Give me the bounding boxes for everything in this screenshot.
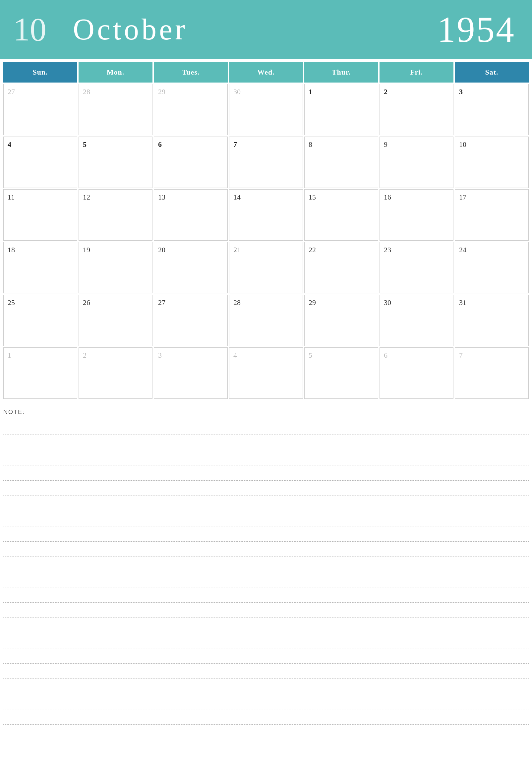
calendar-cell: 20 — [154, 242, 228, 293]
cell-number: 6 — [384, 351, 387, 359]
notes-section: NOTE: — [0, 399, 532, 728]
calendar-cell: 29 — [304, 295, 378, 346]
calendar-cell: 21 — [229, 242, 303, 293]
cell-number: 3 — [158, 351, 162, 359]
cell-number: 19 — [83, 246, 90, 254]
calendar-cell: 25 — [3, 295, 77, 346]
cell-number: 29 — [158, 88, 165, 96]
cell-number: 1 — [8, 351, 11, 359]
calendar-cell: 6 — [380, 347, 453, 399]
cell-number: 9 — [384, 140, 387, 148]
note-line — [3, 450, 529, 465]
calendar-cell: 1 — [3, 347, 77, 399]
cell-number: 4 — [233, 351, 237, 359]
calendar-cell: 4 — [3, 137, 77, 188]
cell-number: 25 — [8, 298, 15, 307]
calendar-cell: 9 — [380, 137, 453, 188]
note-line — [3, 603, 529, 618]
calendar-cell: 11 — [3, 189, 77, 241]
calendar-cell: 13 — [154, 189, 228, 241]
cell-number: 18 — [8, 246, 15, 254]
cell-number: 2 — [384, 88, 387, 96]
cell-number: 22 — [309, 246, 316, 254]
cell-number: 8 — [309, 140, 312, 148]
cell-number: 28 — [233, 298, 241, 307]
note-line — [3, 633, 529, 648]
day-header-fri: Fri. — [380, 62, 453, 83]
cell-number: 7 — [459, 351, 463, 359]
day-headers: Sun. Mon. Tues. Wed. Thur. Fri. Sat. — [3, 62, 529, 83]
calendar-cell: 28 — [79, 84, 152, 135]
cell-number: 23 — [384, 246, 391, 254]
notes-label: NOTE: — [3, 409, 529, 416]
calendar-cell: 5 — [304, 347, 378, 399]
note-line — [3, 694, 529, 709]
calendar-cell: 2 — [380, 84, 453, 135]
cell-number: 6 — [158, 140, 162, 148]
note-line — [3, 679, 529, 694]
month-number: 10 — [13, 13, 46, 46]
calendar-cell: 3 — [154, 347, 228, 399]
calendar-cell: 29 — [154, 84, 228, 135]
cell-number: 13 — [158, 193, 165, 201]
calendar-cell: 10 — [455, 137, 529, 188]
calendar-container: Sun. Mon. Tues. Wed. Thur. Fri. Sat. 272… — [0, 62, 532, 399]
cell-number: 20 — [158, 246, 165, 254]
cell-number: 16 — [384, 193, 391, 201]
note-line — [3, 648, 529, 664]
calendar-cell: 16 — [380, 189, 453, 241]
note-line — [3, 618, 529, 633]
note-line — [3, 587, 529, 603]
calendar-cell: 14 — [229, 189, 303, 241]
note-line — [3, 557, 529, 572]
note-line — [3, 420, 529, 435]
cell-number: 30 — [233, 88, 241, 96]
cell-number: 26 — [83, 298, 90, 307]
cell-number: 28 — [83, 88, 90, 96]
day-header-wed: Wed. — [229, 62, 303, 83]
cell-number: 27 — [158, 298, 165, 307]
calendar-cell: 26 — [79, 295, 152, 346]
cell-number: 15 — [309, 193, 316, 201]
note-line — [3, 572, 529, 587]
cell-number: 3 — [459, 88, 463, 96]
calendar-cell: 8 — [304, 137, 378, 188]
calendar-cell: 5 — [79, 137, 152, 188]
note-line — [3, 465, 529, 481]
cell-number: 24 — [459, 246, 466, 254]
note-line — [3, 526, 529, 542]
calendar-cell: 23 — [380, 242, 453, 293]
cell-number: 2 — [83, 351, 87, 359]
note-line — [3, 542, 529, 557]
calendar-cell: 7 — [455, 347, 529, 399]
note-lines — [3, 420, 529, 725]
calendar-cell: 22 — [304, 242, 378, 293]
year: 1954 — [437, 11, 515, 48]
calendar-cell: 27 — [3, 84, 77, 135]
calendar-cell: 18 — [3, 242, 77, 293]
calendar-cell: 30 — [380, 295, 453, 346]
day-header-thu: Thur. — [304, 62, 378, 83]
month-name: October — [73, 15, 188, 44]
day-header-sat: Sat. — [455, 62, 529, 83]
calendar-cell: 6 — [154, 137, 228, 188]
day-header-sun: Sun. — [3, 62, 77, 83]
calendar-cell: 3 — [455, 84, 529, 135]
calendar-cell: 15 — [304, 189, 378, 241]
calendar-cell: 24 — [455, 242, 529, 293]
cell-number: 30 — [384, 298, 391, 307]
cell-number: 31 — [459, 298, 466, 307]
calendar-header: 10 October 1954 — [0, 0, 532, 59]
calendar-cell: 27 — [154, 295, 228, 346]
note-line — [3, 709, 529, 725]
calendar-cell: 30 — [229, 84, 303, 135]
calendar-cell: 2 — [79, 347, 152, 399]
cell-number: 14 — [233, 193, 241, 201]
cell-number: 7 — [233, 140, 237, 148]
calendar-cell: 4 — [229, 347, 303, 399]
note-line — [3, 435, 529, 450]
note-line — [3, 481, 529, 496]
cell-number: 29 — [309, 298, 316, 307]
cell-number: 27 — [8, 88, 15, 96]
calendar-cell: 7 — [229, 137, 303, 188]
